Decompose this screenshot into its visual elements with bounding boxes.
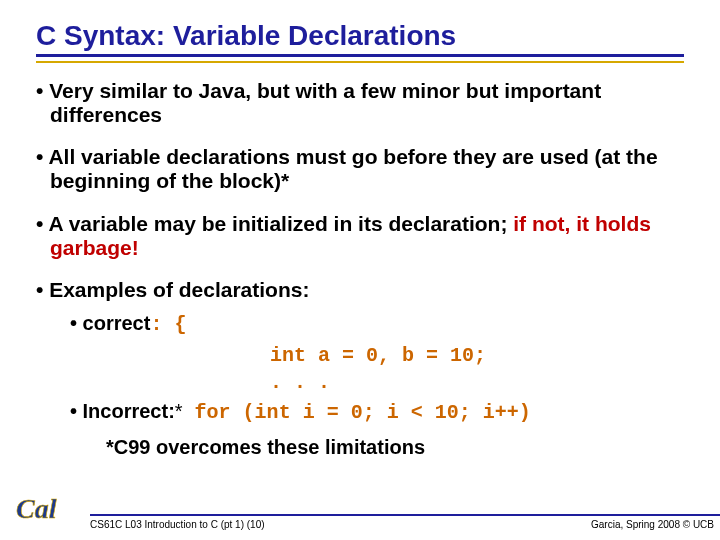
code-incorrect: for (int i = 0; i < 10; i++) [183,401,531,424]
footer: Cal CS61C L03 Introduction to C (pt 1) (… [0,496,720,534]
code-line-2: . . . [70,371,684,394]
bullet-2: • All variable declarations must go befo… [36,145,684,193]
sub-correct: • correct: { [70,310,684,338]
footer-bar [90,514,720,516]
sub-incorrect: • Incorrect:* for (int i = 0; i < 10; i+… [70,398,684,426]
cal-logo: Cal [12,490,82,530]
incorrect-star: * [175,400,183,422]
bullet-4: • Examples of declarations: [36,278,684,302]
footnote: *C99 overcomes these limitations [36,436,684,459]
correct-label: • correct [70,312,150,334]
footer-left: CS61C L03 Introduction to C (pt 1) (10) [90,519,265,530]
bullet-1: • Very similar to Java, but with a few m… [36,79,684,127]
bullet-3-text: • A variable may be initialized in its d… [36,212,513,235]
logo-text: Cal [16,493,57,524]
title-underline [36,61,684,63]
correct-colon: : [150,313,162,336]
code-line-1: int a = 0, b = 10; [70,344,684,367]
code-open-brace: { [162,313,186,336]
footer-right: Garcia, Spring 2008 © UCB [591,519,714,530]
slide-title: C Syntax: Variable Declarations [36,20,684,57]
incorrect-label: • Incorrect: [70,400,175,422]
bullet-3: • A variable may be initialized in its d… [36,212,684,260]
